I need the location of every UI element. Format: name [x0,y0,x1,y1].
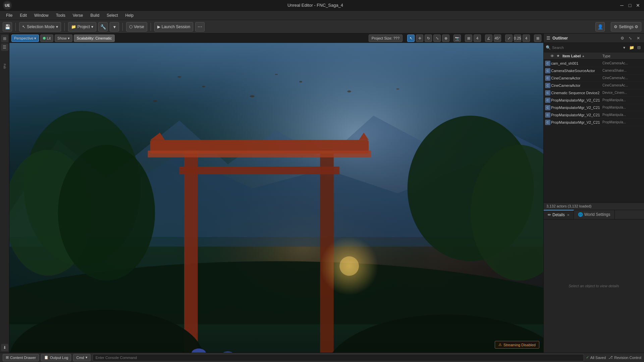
menu-window[interactable]: Window [31,12,52,19]
revision-control-status[interactable]: ⎇ Revision Control [608,355,641,360]
lit-label: Lit [47,36,51,40]
toolbar-separator-2 [64,23,65,31]
scale-val-btn[interactable]: 0.25 [514,35,521,42]
item-label: cam_end_sh001 [551,61,602,65]
outliner-list-item[interactable]: C Cinematic Sequence Device2 Device_Cine… [544,89,644,97]
cmd-button[interactable]: Cmd ▾ [73,354,90,361]
rotate-button[interactable]: ↻ [425,35,432,42]
outliner-expand-button[interactable]: ⤡ [627,35,633,41]
scale-val2-btn[interactable]: 4 [523,35,530,42]
outliner-list-item[interactable]: C PropManipulatorMgr_V2_C21 PropManipula… [544,97,644,104]
world-settings-tab[interactable]: 🌐 World Settings [574,210,615,219]
maximize-button[interactable]: □ [627,2,633,9]
sidebar-label: Fab [1,56,8,76]
outliner-list-item[interactable]: C cam_end_sh001 CineCameraAc... [544,60,644,67]
save-icon-button[interactable]: 💾 [3,22,12,32]
item-label: CameraShakeSourceActor [551,69,602,73]
tool-icon-button[interactable]: 🔧 [98,22,108,32]
item-actor-icon: C [545,61,550,66]
outliner-list-item[interactable]: C CineCameraActor CineCameraAc... [544,74,644,82]
item-type: PropManipula... [602,120,643,124]
revision-control-icon: ⎇ [608,355,613,360]
minimize-button[interactable]: ─ [619,2,625,9]
svg-point-15 [58,145,155,281]
outliner-list-item[interactable]: C CameraShakeSourceActor CameraShake... [544,67,644,74]
create-folder-button[interactable]: 📁 [629,45,635,51]
menu-file[interactable]: File [3,12,16,19]
perspective-button[interactable]: Perspective ▾ [11,35,39,42]
user-settings-icon[interactable]: 👤 [595,22,605,32]
outliner-list-item[interactable]: C PropManipulatorMgr_V2_C21 PropManipula… [544,119,644,126]
menu-tools[interactable]: Tools [53,12,69,19]
details-panel: ✏ Details ✕ 🌐 World Settings Select an o… [544,210,644,353]
search-input[interactable] [552,46,620,50]
grid-toggle-btn[interactable]: ⊞ [465,35,472,42]
scale-icon-btn[interactable]: ⤢ [505,35,513,42]
tool2-icon-button[interactable]: ▾ [110,22,119,32]
settings-button[interactable]: ⚙ Settings ⚙ [611,22,641,32]
streaming-disabled-label: Streaming Disabled [503,343,536,347]
selection-mode-icon: ↖ [22,24,25,29]
content-drawer-button[interactable]: ⊞ Content Drawer [3,354,39,361]
outliner-filter-button[interactable]: ⚙ [619,35,625,41]
translate-button[interactable]: ✛ [416,35,423,42]
scalability-button[interactable]: Scalability: Cinematic [74,35,115,42]
revision-control-label: Revision Control [614,356,641,360]
right-panel: ☰ Outliner ⚙ ⤡ ✕ 🔍 ▾ 📁 ⊟ 👁 ★ Item Label … [543,34,644,353]
lit-button[interactable]: Lit [40,35,53,42]
col-eye-spacer: 👁 [550,54,556,58]
selection-mode-button[interactable]: ↖ Selection Mode ▾ [19,22,61,32]
item-type: Device_Cinem... [602,91,643,95]
viewport-scene[interactable]: ⚠ Streaming Disabled [9,43,543,353]
select-mode-vp-button[interactable]: ↖ [407,35,415,42]
launch-session-button[interactable]: ▶ Launch Session [154,22,193,32]
maximize-viewport-btn[interactable]: ⊞ [534,35,541,42]
outliner-close-button[interactable]: ✕ [635,35,641,41]
svg-rect-1 [9,43,543,353]
cmd-label: Cmd [76,356,84,360]
content-drawer-icon: ⊞ [6,355,9,360]
transform-button[interactable]: ⊕ [442,35,449,42]
sidebar-bottom-icon[interactable]: ⬇ [1,344,8,351]
camera-icon-btn[interactable]: 📷 [453,35,461,42]
menu-help[interactable]: Help [122,12,137,19]
outliner-list-item[interactable]: C PropManipulatorMgr_V2_C21 PropManipula… [544,104,644,111]
details-header: ✏ Details ✕ 🌐 World Settings [544,210,644,220]
world-settings-icon: 🌐 [578,212,583,217]
item-actor-icon: C [545,90,550,96]
outliner-footer: 3,132 actors (3,132 loaded) [544,202,644,210]
show-button[interactable]: Show ▾ [55,35,72,42]
col-star-spacer: ★ [556,54,562,58]
angle-val-btn[interactable]: 45° [494,35,501,42]
sidebar-mode-icon[interactable]: ⊞ [1,35,8,42]
close-button[interactable]: ✕ [635,2,641,9]
menu-build[interactable]: Build [87,12,103,19]
verse-button[interactable]: ⬡ Verse [126,22,147,32]
content-drawer-label: Content Drawer [10,356,36,360]
search-options-button[interactable]: ▾ [621,45,627,51]
left-sidebar: ⊞ ☰ Fab ⬇ [0,34,9,353]
svg-point-37 [275,74,278,75]
details-tab[interactable]: ✏ Details ✕ [544,210,574,219]
menu-select[interactable]: Select [103,12,121,19]
svg-point-32 [250,95,254,97]
outliner-list-item[interactable]: C PropManipulatorMgr_V2_C21 PropManipula… [544,111,644,119]
output-log-button[interactable]: 📋 Output Log [41,354,71,361]
console-input[interactable] [93,354,584,361]
svg-point-4 [9,261,543,353]
grid-val-btn[interactable]: 4 [474,35,481,42]
menu-verse[interactable]: Verse [69,12,87,19]
main-area: ⊞ ☰ Fab ⬇ Perspective ▾ Lit Show ▾ Scala… [0,34,644,353]
outliner-list-item[interactable]: C CineCameraActor CineCameraAc... [544,82,644,89]
scale-button[interactable]: ⤡ [433,35,441,42]
more-options-button[interactable]: ⋯ [195,22,205,32]
filter-button[interactable]: ⊟ [636,45,642,51]
sidebar-layers-icon[interactable]: ☰ [1,44,8,51]
svg-rect-7 [320,149,334,353]
angle-icon-btn[interactable]: ∠ [485,35,492,42]
project-button[interactable]: 📁 Project ▾ [68,22,96,32]
menu-edit[interactable]: Edit [16,12,30,19]
details-tab-close[interactable]: ✕ [567,213,570,217]
col-item-label-header[interactable]: Item Label ▲ [562,54,602,58]
item-actor-icon: C [545,112,550,118]
